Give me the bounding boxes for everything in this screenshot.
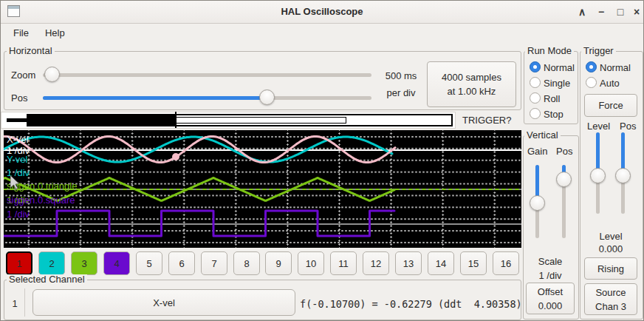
record-pretrigger-box	[176, 117, 346, 124]
gain-slider-label: Gain	[527, 146, 547, 157]
hpos-label: Pos	[11, 92, 27, 104]
trigger-level-value: 0.000	[580, 243, 642, 254]
trigger-radio-label: Auto	[600, 78, 620, 89]
run-mode-radio-single[interactable]: Single	[524, 77, 578, 89]
scope-screen[interactable]: X-vel1 /divY-vel1 /divsiggen.0.triangle1…	[4, 130, 521, 248]
vpos-slider-label: Pos	[556, 146, 572, 157]
channel-button-12[interactable]: 12	[363, 251, 389, 275]
radio-icon[interactable]	[586, 61, 597, 72]
trigger-point-marker	[172, 153, 179, 160]
menu-item-file[interactable]: File	[5, 24, 37, 41]
radio-icon[interactable]	[530, 92, 541, 104]
force-button[interactable]: Force	[584, 94, 637, 117]
menu-item-help[interactable]: Help	[37, 24, 73, 41]
trigger-pos-slider-label: Pos	[620, 121, 636, 132]
trigger-status-label: TRIGGER?	[462, 115, 511, 126]
trigger-level-thumb[interactable]	[590, 168, 606, 183]
samples-line2: at 1.00 kHz	[448, 84, 496, 98]
channel-button-16[interactable]: 16	[493, 251, 519, 275]
channel-button-9[interactable]: 9	[265, 251, 292, 275]
run-mode-frame-label: Run Mode	[525, 46, 574, 56]
offset-button[interactable]: Offset 0.000	[526, 283, 575, 314]
selected-channel-separator	[24, 288, 25, 317]
trigger-level-slider-label: Level	[587, 121, 610, 132]
gain-slider-thumb[interactable]	[530, 195, 545, 211]
trigger-position-tick	[175, 112, 177, 128]
scope-label-7-1-div: 1 /div	[7, 209, 30, 219]
channel-button-15[interactable]: 15	[460, 251, 487, 275]
gain-slider[interactable]	[530, 165, 546, 238]
waveform-canvas	[4, 130, 521, 248]
trigger-source-line1: Source	[595, 285, 626, 300]
run-mode-radio-label: Single	[544, 78, 570, 89]
channel-button-6[interactable]: 6	[168, 251, 195, 275]
zoom-label: Zoom	[11, 70, 35, 81]
vpos-slider-thumb[interactable]	[556, 172, 572, 187]
channel-button-11[interactable]: 11	[330, 251, 357, 275]
zoom-slider[interactable]	[43, 67, 371, 83]
zoom-slider-thumb[interactable]	[44, 67, 60, 82]
offset-line1: Offset	[538, 285, 563, 299]
force-button-label: Force	[598, 98, 623, 112]
channel-button-4[interactable]: 4	[103, 251, 130, 275]
samples-line1: 4000 samples	[442, 70, 501, 84]
minimize-button[interactable]: −	[593, 4, 609, 19]
samples-button[interactable]: 4000 samples at 1.00 kHz	[427, 61, 516, 107]
radio-icon[interactable]	[530, 77, 541, 88]
channel-button-2[interactable]: 2	[38, 251, 65, 275]
scope-label-2-y-vel: Y-vel	[7, 155, 27, 164]
channel-button-1[interactable]: 1	[6, 251, 32, 275]
trigger-radio-auto[interactable]: Auto	[580, 77, 643, 89]
channel-button-10[interactable]: 10	[298, 251, 324, 275]
trigger-source-button[interactable]: Source Chan 3	[584, 283, 637, 315]
run-mode-radio-stop[interactable]: Stop	[524, 108, 578, 121]
run-mode-radio-label: Stop	[544, 109, 564, 120]
radio-icon[interactable]	[530, 61, 541, 72]
hpos-slider[interactable]	[43, 89, 371, 106]
zoom-slider-track	[43, 73, 371, 77]
channel-button-5[interactable]: 5	[136, 251, 162, 275]
hpos-slider-thumb[interactable]	[259, 89, 275, 105]
channel-button-13[interactable]: 13	[395, 251, 422, 275]
trigger-pos-thumb[interactable]	[615, 168, 631, 183]
vertical-frame-label: Vertical	[524, 130, 561, 141]
scale-value: 1 /div	[523, 270, 578, 281]
trigger-radio-normal[interactable]: Normal	[580, 61, 643, 74]
rate-line1: 500 ms	[380, 70, 422, 81]
channel-source-name: X-vel	[153, 296, 175, 310]
slope-button-label: Rising	[597, 262, 624, 276]
channel-source-button[interactable]: X-vel	[32, 289, 295, 316]
trigger-pos-slider[interactable]	[615, 132, 631, 214]
record-captured-bar	[28, 115, 176, 125]
selected-channel-frame-label: Selected Channel	[7, 274, 87, 285]
trigger-level-caption: Level	[580, 231, 642, 242]
run-mode-radio-roll[interactable]: Roll	[524, 92, 578, 105]
channel-value-readout: f(-0.10700) = -0.62279 (ddt 4.90358)	[300, 298, 522, 310]
trigger-level-slider[interactable]	[590, 132, 606, 214]
vpos-slider[interactable]	[556, 165, 572, 238]
channel-button-3[interactable]: 3	[71, 251, 97, 275]
trigger-frame-label: Trigger	[581, 46, 616, 56]
hpos-slider-fill	[43, 96, 267, 100]
channel-button-7[interactable]: 7	[201, 251, 227, 275]
selected-channel-number: 1	[8, 298, 21, 309]
titlebar: HAL Oscilloscope ∧−□×	[1, 1, 643, 24]
menubar: FileHelp	[1, 23, 643, 43]
run-mode-radio-normal[interactable]: Normal	[524, 61, 578, 74]
close-button[interactable]: ×	[628, 4, 644, 19]
radio-icon[interactable]	[530, 108, 541, 119]
hal-oscilloscope-window: HAL Oscilloscope ∧−□× FileHelp Horizonta…	[0, 0, 644, 321]
scope-label-6-siggen-0-square: siggen.0.square	[7, 195, 75, 205]
radio-icon[interactable]	[586, 77, 597, 88]
channel-button-8[interactable]: 8	[233, 251, 260, 275]
channel-button-14[interactable]: 14	[428, 251, 454, 275]
slope-button[interactable]: Rising	[584, 257, 637, 280]
scale-caption: Scale	[523, 256, 578, 267]
window-title: HAL Oscilloscope	[1, 6, 643, 17]
scope-label-0-x-vel: X-vel	[7, 135, 29, 144]
maximize-button[interactable]: □	[612, 4, 628, 19]
shade-button[interactable]: ∧	[574, 4, 590, 19]
run-mode-frame: NormalSingleRollStop	[524, 51, 578, 124]
offset-line2: 0.000	[538, 299, 563, 313]
mouse-cursor-icon	[10, 175, 21, 190]
